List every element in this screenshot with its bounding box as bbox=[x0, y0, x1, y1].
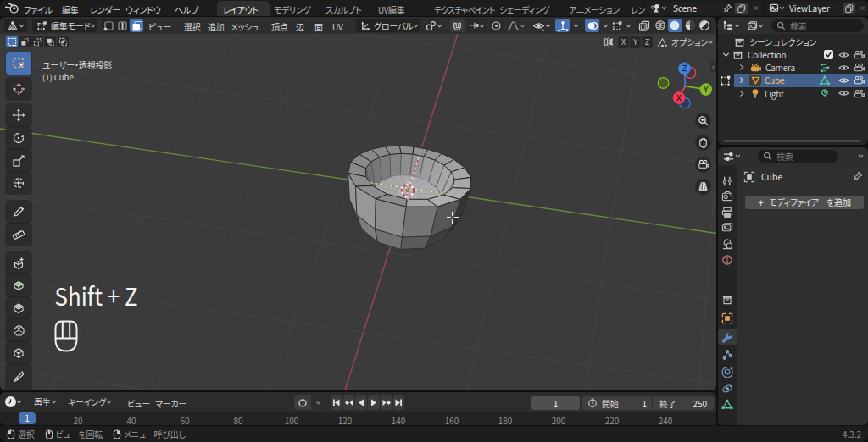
svg-text:X: X bbox=[676, 91, 682, 103]
svg-text:Shift + Z: Shift + Z bbox=[55, 283, 138, 312]
svg-text:Z: Z bbox=[682, 62, 687, 74]
svg-text:Y: Y bbox=[703, 83, 709, 95]
